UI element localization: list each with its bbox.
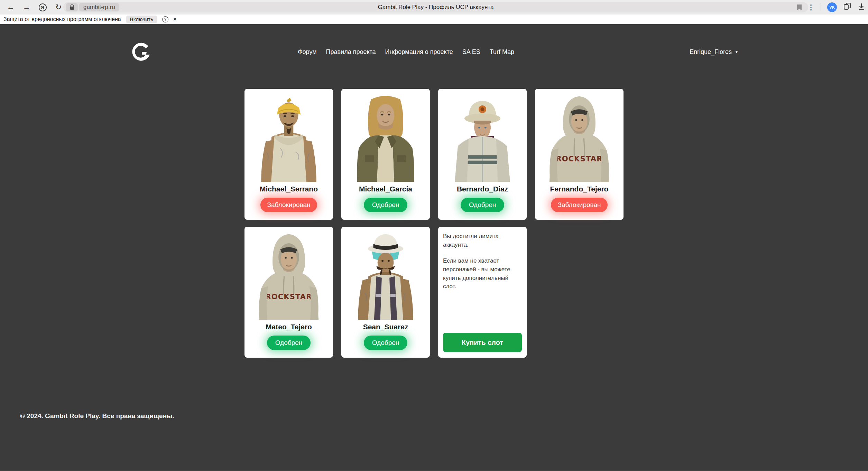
character-status-badge[interactable]: Одобрен xyxy=(364,336,408,350)
character-name: Bernardo_Diaz xyxy=(457,185,508,193)
browser-right-icons: ⋮ VK xyxy=(807,0,865,15)
character-status-badge[interactable]: Одобрен xyxy=(461,198,505,212)
bookmark-icon[interactable] xyxy=(797,2,802,12)
collections-icon[interactable] xyxy=(843,2,851,12)
character-portrait xyxy=(540,91,618,183)
limit-card: Вы достигли лимита аккаунта. Если вам не… xyxy=(438,227,527,358)
enable-protection-button[interactable]: Включить xyxy=(126,16,157,23)
gambit-logo-icon[interactable] xyxy=(130,41,152,63)
forward-icon[interactable]: → xyxy=(21,1,33,13)
toolbar-divider xyxy=(821,3,821,11)
character-name: Fernando_Tejero xyxy=(550,185,609,193)
back-icon[interactable]: ← xyxy=(5,1,17,13)
character-card[interactable]: Mateo_Tejero Одобрен xyxy=(244,227,333,358)
limit-line2: Если вам не хватает персонажей - вы може… xyxy=(443,257,522,291)
refresh-icon[interactable]: ↻ xyxy=(53,1,64,13)
lock-icon[interactable] xyxy=(66,3,78,11)
menu-dots-icon[interactable]: ⋮ xyxy=(807,3,814,11)
page-title: Gambit Role Play - Профиль UCP аккаунта xyxy=(378,2,494,12)
characters-grid: Michael_Serrano Заблокирован Michael_Gar… xyxy=(244,89,624,358)
user-name: Enrique_Flores xyxy=(690,48,732,56)
user-menu[interactable]: Enrique_Flores ▼ xyxy=(690,48,738,56)
character-status-badge[interactable]: Одобрен xyxy=(364,198,408,212)
character-portrait xyxy=(347,91,425,183)
character-status-badge[interactable]: Заблокирован xyxy=(551,198,608,212)
character-card[interactable]: Fernando_Tejero Заблокирован xyxy=(535,89,624,220)
close-warning-icon[interactable]: × xyxy=(173,16,176,22)
limit-line1: Вы достигли лимита аккаунта. xyxy=(443,232,522,249)
nav-link[interactable]: Информация о проекте xyxy=(385,48,453,56)
character-name: Mateo_Tejero xyxy=(266,323,312,331)
character-card[interactable]: Michael_Garcia Одобрен xyxy=(341,89,430,220)
downloads-icon[interactable] xyxy=(858,3,865,12)
character-name: Michael_Serrano xyxy=(260,185,318,193)
help-icon[interactable]: ? xyxy=(162,16,168,22)
ucp-page: ФорумПравила проектаИнформация о проекте… xyxy=(0,24,868,471)
address-bar[interactable]: gambit-rp.ru Gambit Role Play - Профиль … xyxy=(63,2,808,12)
vk-messenger-icon[interactable]: VK xyxy=(827,2,837,12)
character-portrait xyxy=(250,91,328,183)
nav-link[interactable]: Форум xyxy=(298,48,317,56)
character-card[interactable]: Michael_Serrano Заблокирован xyxy=(244,89,333,220)
nav-link[interactable]: SA ES xyxy=(462,48,480,56)
character-name: Michael_Garcia xyxy=(359,185,412,193)
nav-link[interactable]: Turf Map xyxy=(490,48,514,56)
character-status-badge[interactable]: Одобрен xyxy=(267,336,311,350)
chevron-down-icon: ▼ xyxy=(735,50,738,54)
warning-text: Защита от вредоносных программ отключена xyxy=(3,16,121,22)
protection-warning-bar: Защита от вредоносных программ отключена… xyxy=(0,15,868,24)
browser-nav-buttons: ← → Я ↻ xyxy=(0,1,64,13)
character-portrait xyxy=(443,91,521,183)
nav-link[interactable]: Правила проекта xyxy=(326,48,376,56)
character-name: Sean_Suarez xyxy=(363,323,408,331)
main-nav: ФорумПравила проектаИнформация о проекте… xyxy=(298,48,514,56)
character-card[interactable]: Bernardo_Diaz Одобрен xyxy=(438,89,527,220)
copyright-text: © 2024. Gambit Role Play. Все права защи… xyxy=(20,412,174,420)
character-status-badge[interactable]: Заблокирован xyxy=(260,198,317,212)
yandex-id-glyph: Я xyxy=(39,3,47,11)
yandex-id-icon[interactable]: Я xyxy=(37,1,48,13)
character-portrait xyxy=(250,229,328,321)
site-header: ФорумПравила проектаИнформация о проекте… xyxy=(130,24,738,70)
browser-toolbar: ← → Я ↻ gambit-rp.ru Gambit Role Play - … xyxy=(0,0,868,15)
character-portrait xyxy=(347,229,425,321)
character-card[interactable]: Sean_Suarez Одобрен xyxy=(341,227,430,358)
url-text[interactable]: gambit-rp.ru xyxy=(79,3,119,11)
buy-slot-button[interactable]: Купить слот xyxy=(443,333,522,352)
